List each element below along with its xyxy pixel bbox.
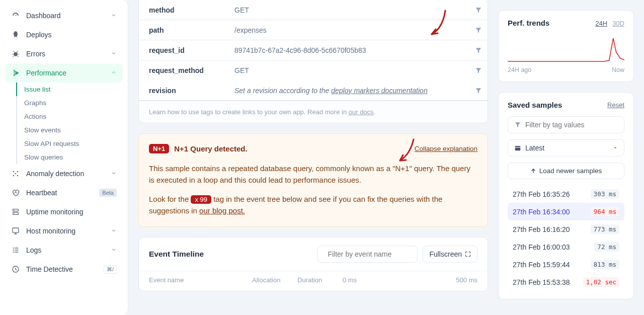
alert-paragraph: Look for the x 99 tag in the event tree …: [149, 193, 477, 217]
nplus1-badge: N+1: [149, 144, 169, 153]
sort-select[interactable]: Latest: [508, 139, 624, 156]
sidebar-subitem-slow-queries[interactable]: Slow queries: [16, 150, 123, 164]
sidebar-item-heartbeat[interactable]: HeartbeatBeta: [5, 183, 123, 202]
alert-title: N+1 Query detected.: [174, 144, 414, 153]
filter-icon[interactable]: [469, 7, 488, 14]
alert-paragraph: This sample contains a repeated database…: [149, 163, 477, 186]
sample-timestamp: 27th Feb 16:00:03: [513, 243, 570, 251]
detail-value: Set a revision according to the deploy m…: [234, 87, 469, 95]
sidebar-item-label: Time Detective: [26, 265, 98, 273]
sidebar-subitem-slow-events[interactable]: Slow events: [16, 123, 123, 137]
sample-row[interactable]: 27th Feb 15:53:381,02 sec: [508, 273, 624, 291]
range-24h[interactable]: 24H: [595, 20, 607, 27]
fullscreen-button[interactable]: Fullscreen: [423, 246, 477, 263]
calendar-icon: [514, 144, 521, 151]
sidebar-item-errors[interactable]: Errors: [5, 44, 123, 63]
detail-value: GET: [234, 66, 469, 74]
perf-trends-card: Perf. trends 24H 30D 24H ago Now: [498, 10, 634, 82]
sidebar-subitem-graphs[interactable]: Graphs: [16, 96, 123, 110]
sample-row[interactable]: 27th Feb 16:35:26303 ms: [508, 185, 624, 203]
detail-key: method: [139, 6, 234, 14]
load-newer-button[interactable]: Load newer samples: [508, 163, 624, 179]
timeline-columns: Event name Allocation Duration 0 ms 500 …: [139, 271, 488, 291]
svg-point-4: [17, 175, 19, 177]
deploy-markers-link[interactable]: deploy markers documentation: [331, 87, 427, 95]
sample-duration: 773 ms: [591, 224, 619, 234]
docs-link[interactable]: our docs: [349, 108, 374, 116]
sample-row[interactable]: 27th Feb 16:16:20773 ms: [508, 220, 624, 238]
filter-icon[interactable]: [469, 67, 488, 74]
sidebar-subitem-slow-api-requests[interactable]: Slow API requests: [16, 137, 123, 150]
samples-filter-input[interactable]: [508, 116, 624, 133]
svg-point-2: [17, 171, 19, 173]
svg-rect-6: [13, 209, 19, 211]
event-timeline-card: Event Timeline Fullscreen Event name All…: [138, 237, 488, 291]
detail-row-request_method: request_methodGET: [139, 60, 488, 81]
sidebar-subitem-actions[interactable]: Actions: [16, 110, 123, 123]
sample-row[interactable]: 27th Feb 16:34:00964 ms: [508, 203, 624, 220]
svg-rect-10: [13, 228, 19, 232]
chevron-down-icon: [613, 145, 618, 150]
sidebar-item-host-monitoring[interactable]: Host monitoring: [5, 221, 123, 241]
sidebar: DashboardDeploysErrorsPerformanceIssue l…: [0, 0, 128, 315]
filter-icon[interactable]: [469, 47, 488, 54]
nplus1-alert: N+1 N+1 Query detected. Collapse explana…: [138, 133, 488, 227]
detail-key: revision: [139, 87, 234, 95]
event-filter-input[interactable]: [317, 246, 418, 263]
speed-icon: [11, 68, 20, 77]
sidebar-item-logs[interactable]: Logs: [5, 241, 123, 260]
sidebar-item-deploys[interactable]: Deploys: [5, 25, 123, 44]
chevron-down-icon: [111, 227, 117, 235]
sidebar-item-anomaly-detection[interactable]: Anomaly detection: [5, 164, 123, 183]
logs-icon: [11, 246, 20, 255]
sidebar-subitem-issue-list[interactable]: Issue list: [16, 83, 123, 96]
blog-post-link[interactable]: our blog post.: [199, 206, 245, 215]
sidebar-item-label: Dashboard: [26, 12, 105, 20]
heart-icon: [11, 188, 20, 197]
trend-sparkline: [508, 32, 624, 62]
reset-link[interactable]: Reset: [607, 101, 624, 109]
saved-samples-card: Saved samples Reset Latest Load new: [498, 92, 634, 299]
sidebar-item-performance[interactable]: Performance: [5, 63, 123, 83]
sample-row[interactable]: 27th Feb 15:59:44813 ms: [508, 256, 624, 273]
chevron-down-icon: [111, 170, 117, 178]
keyboard-shortcut: ⌘/: [104, 265, 117, 274]
saved-samples-title: Saved samples: [508, 101, 607, 109]
sidebar-item-dashboard[interactable]: Dashboard: [5, 6, 123, 25]
detail-value: 89741b7c-67a2-4c96-8d06-5c6670f05b83: [234, 46, 469, 54]
filter-icon[interactable]: [469, 27, 488, 34]
bug-icon: [11, 49, 20, 58]
detail-value: GET: [234, 6, 469, 14]
sidebar-item-uptime-monitoring[interactable]: Uptime monitoring: [5, 202, 123, 221]
sidebar-item-label: Heartbeat: [26, 189, 93, 197]
sample-duration: 964 ms: [591, 207, 619, 216]
uptime-icon: [11, 207, 20, 216]
chevron-down-icon: [111, 50, 117, 58]
filter-icon[interactable]: [469, 87, 488, 94]
sidebar-item-time-detective[interactable]: Time Detective⌘/: [5, 260, 123, 279]
svg-point-0: [14, 52, 18, 56]
sample-timestamp: 27th Feb 15:59:44: [513, 261, 570, 269]
rocket-icon: [11, 30, 20, 39]
sidebar-item-label: Host monitoring: [26, 227, 105, 235]
detail-value: /expenses: [234, 26, 469, 34]
sample-duration: 1,02 sec: [583, 277, 619, 287]
detail-key: request_method: [139, 66, 234, 74]
detail-key: path: [139, 26, 234, 34]
sidebar-item-label: Deploys: [26, 31, 117, 39]
svg-rect-7: [13, 212, 19, 214]
sample-row[interactable]: 27th Feb 16:00:0372 ms: [508, 238, 624, 256]
chevron-down-icon: [111, 246, 117, 254]
sidebar-item-label: Errors: [26, 50, 105, 58]
svg-point-9: [14, 213, 15, 214]
beta-badge: Beta: [99, 189, 117, 197]
tags-hint: Learn how to use tags to create links to…: [139, 101, 488, 123]
x99-tag: x 99: [191, 195, 211, 204]
arrow-up-icon: [530, 168, 536, 174]
sidebar-item-label: Uptime monitoring: [26, 208, 117, 216]
sample-duration: 813 ms: [591, 260, 619, 269]
filter-icon: [514, 121, 521, 128]
sample-duration: 72 ms: [594, 242, 619, 252]
range-30d[interactable]: 30D: [612, 20, 624, 27]
collapse-explanation-link[interactable]: Collapse explanation: [415, 145, 477, 152]
